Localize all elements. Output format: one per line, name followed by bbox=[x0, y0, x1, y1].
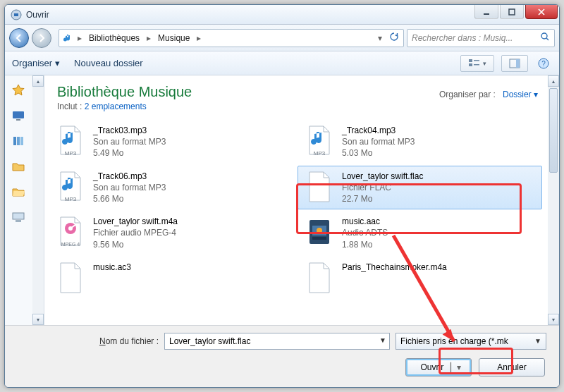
chevron-down-icon[interactable]: ▼ bbox=[534, 337, 541, 345]
computer-icon[interactable] bbox=[11, 211, 25, 223]
view-mode-button[interactable]: ▾ bbox=[460, 55, 494, 72]
file-item[interactable]: Paris_Thechainsmoker.m4a bbox=[298, 257, 542, 299]
main-scrollbar[interactable]: ▴ ▾ bbox=[548, 75, 559, 325]
chevron-down-icon: ▾ bbox=[534, 90, 538, 99]
titlebar[interactable]: Ouvrir bbox=[5, 5, 559, 25]
scroll-up-icon[interactable]: ▴ bbox=[32, 75, 44, 87]
chevron-right-icon[interactable]: ▸ bbox=[144, 33, 154, 43]
window-title: Ouvrir bbox=[26, 10, 49, 20]
file-type: Audio ADTS bbox=[342, 227, 388, 238]
blank-file-icon bbox=[55, 262, 86, 294]
preview-pane-button[interactable] bbox=[501, 55, 528, 72]
svg-rect-15 bbox=[17, 137, 20, 145]
filename-input[interactable]: Lover_taylor swift.flac ▼ bbox=[164, 333, 390, 350]
breadcrumb-libraries[interactable]: Bibliothèques bbox=[86, 32, 142, 44]
svg-rect-5 bbox=[469, 63, 472, 66]
svg-rect-9 bbox=[516, 59, 520, 68]
blank-file-icon bbox=[304, 262, 335, 294]
svg-rect-17 bbox=[13, 213, 24, 219]
file-item[interactable]: music.ac3 bbox=[49, 257, 293, 299]
nav-row: ▸ Bibliothèques ▸ Musique ▸ ▾ Rechercher… bbox=[5, 25, 559, 51]
file-name: Paris_Thechainsmoker.m4a bbox=[342, 262, 447, 273]
file-item[interactable]: MPEG 4Lover_taylor swift.m4aFichier audi… bbox=[49, 211, 293, 255]
file-item[interactable]: MP3_Track03.mp3Son au format MP35.49 Mo bbox=[49, 120, 293, 164]
new-folder-button[interactable]: Nouveau dossier bbox=[74, 58, 143, 68]
scroll-down-icon[interactable]: ▾ bbox=[548, 314, 559, 325]
svg-rect-1 bbox=[484, 13, 489, 15]
scroll-down-icon[interactable]: ▾ bbox=[32, 314, 44, 325]
chevron-down-icon[interactable]: ▼ bbox=[379, 336, 386, 344]
favorites-icon[interactable] bbox=[11, 84, 25, 97]
file-size: 22.7 Mo bbox=[342, 193, 423, 204]
svg-rect-2 bbox=[509, 9, 515, 15]
help-button[interactable]: ? bbox=[535, 55, 552, 72]
file-name: music.aac bbox=[342, 216, 388, 227]
file-size: 1.88 Mo bbox=[342, 239, 388, 250]
breadcrumb[interactable]: ▸ Bibliothèques ▸ Musique ▸ ▾ bbox=[59, 29, 404, 47]
svg-text:MP3: MP3 bbox=[314, 150, 326, 157]
organize-menu[interactable]: Organiser▾ bbox=[12, 58, 60, 68]
file-size: 5.66 Mo bbox=[93, 193, 166, 204]
back-button[interactable] bbox=[9, 28, 29, 48]
file-type: Son au format MP3 bbox=[93, 136, 166, 147]
breadcrumb-music[interactable]: Musique bbox=[155, 32, 192, 44]
file-item[interactable]: Lover_taylor swift.flacFichier FLAC22.7 … bbox=[298, 166, 542, 210]
file-size: 5.03 Mo bbox=[342, 147, 415, 159]
file-type: Fichier FLAC bbox=[342, 182, 423, 193]
refresh-icon[interactable] bbox=[388, 32, 400, 44]
filename-label: Nom du fichier : bbox=[18, 336, 159, 346]
dialog-footer: Nom du fichier : Lover_taylor swift.flac… bbox=[5, 325, 559, 387]
svg-rect-12 bbox=[13, 111, 24, 118]
open-button[interactable]: Ouvrir ▏▾ bbox=[405, 358, 472, 376]
includes-link[interactable]: 2 emplacements bbox=[85, 102, 147, 111]
file-name: _Track06.mp3 bbox=[93, 171, 166, 182]
forward-button[interactable] bbox=[32, 28, 51, 48]
svg-text:MPEG 4: MPEG 4 bbox=[61, 242, 80, 247]
file-item[interactable]: music.aacAudio ADTS1.88 Mo bbox=[298, 211, 542, 255]
chevron-right-icon[interactable]: ▸ bbox=[194, 33, 204, 43]
m4a-file-icon: MPEG 4 bbox=[55, 216, 86, 248]
libraries-icon bbox=[62, 32, 73, 44]
mp3-file-icon: MP3 bbox=[304, 125, 335, 157]
file-size: 9.56 Mo bbox=[93, 239, 178, 250]
chevron-right-icon[interactable]: ▸ bbox=[75, 33, 85, 43]
svg-text:MP3: MP3 bbox=[65, 150, 77, 157]
file-name: music.ac3 bbox=[93, 262, 131, 273]
breadcrumb-dropdown[interactable]: ▾ bbox=[374, 33, 386, 43]
close-button[interactable] bbox=[525, 5, 558, 19]
file-name: Lover_taylor swift.m4a bbox=[93, 216, 178, 227]
file-name: _Track04.mp3 bbox=[342, 125, 415, 136]
chevron-down-icon: ▾ bbox=[55, 58, 60, 68]
search-input[interactable]: Rechercher dans : Musiq... bbox=[407, 29, 555, 47]
app-icon bbox=[11, 9, 22, 20]
maximize-button[interactable] bbox=[500, 5, 524, 19]
svg-rect-13 bbox=[16, 119, 20, 121]
file-size: 5.49 Mo bbox=[93, 147, 166, 159]
folder-icon[interactable] bbox=[11, 160, 25, 173]
search-icon bbox=[540, 32, 550, 44]
libraries-icon[interactable] bbox=[11, 135, 25, 147]
file-name: Lover_taylor swift.flac bbox=[342, 171, 423, 182]
file-item[interactable]: MP3_Track06.mp3Son au format MP35.66 Mo bbox=[49, 166, 293, 210]
svg-rect-6 bbox=[474, 60, 479, 61]
cancel-button[interactable]: Annuler bbox=[479, 358, 545, 376]
desktop-icon[interactable] bbox=[11, 109, 25, 122]
file-type: Fichier audio MPEG-4 bbox=[93, 227, 178, 238]
svg-text:?: ? bbox=[541, 60, 546, 68]
minimize-button[interactable] bbox=[474, 5, 498, 19]
scroll-up-icon[interactable]: ▴ bbox=[548, 75, 559, 87]
library-subtitle: Inclut : 2 emplacements bbox=[57, 102, 546, 111]
svg-point-3 bbox=[541, 33, 547, 39]
svg-rect-4 bbox=[469, 59, 472, 62]
mp3-file-icon: MP3 bbox=[55, 171, 86, 203]
filetype-select[interactable]: Fichiers pris en charge (*.mk ▼ bbox=[396, 333, 546, 350]
scroll-thumb[interactable] bbox=[549, 88, 558, 173]
file-item[interactable]: MP3_Track04.mp3Son au format MP35.03 Mo bbox=[298, 120, 542, 164]
file-type: Son au format MP3 bbox=[93, 182, 166, 193]
svg-rect-16 bbox=[20, 137, 23, 145]
folder-open-icon[interactable] bbox=[11, 185, 25, 198]
arrange-by[interactable]: Organiser par : Dossier ▾ bbox=[439, 90, 538, 99]
mp3-file-icon: MP3 bbox=[55, 125, 86, 157]
svg-rect-14 bbox=[13, 137, 16, 145]
sidebar-scrollbar[interactable]: ▴ ▾ bbox=[32, 75, 44, 325]
